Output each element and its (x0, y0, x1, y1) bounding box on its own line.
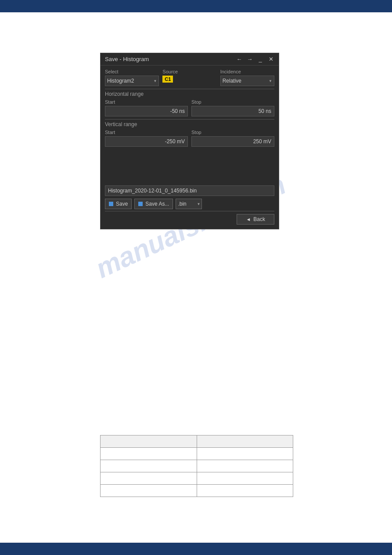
table-row (101, 472, 293, 485)
incidence-select-wrapper: Relative Absolute (220, 76, 274, 86)
dialog-minimize-button[interactable]: _ (257, 56, 264, 62)
extension-select[interactable]: .bin .csv .txt (176, 199, 202, 209)
table-cell (197, 448, 293, 460)
horiz-start-col: Start (105, 99, 188, 116)
vert-stop-col: Stop (191, 130, 274, 147)
table-row (101, 448, 293, 460)
table-cell (197, 485, 293, 497)
save-as-button-label: Save As... (145, 201, 169, 207)
dialog-controls: ← → _ ✕ (236, 56, 274, 62)
horizontal-range-row: Start Stop (105, 99, 274, 116)
top-bar (0, 0, 392, 12)
incidence-col: Incidence Relative Absolute (220, 69, 274, 86)
horiz-stop-label: Stop (191, 99, 274, 105)
table-cell (101, 472, 197, 485)
incidence-label: Incidence (220, 69, 274, 74)
vertical-range-label: Vertical range (105, 121, 274, 127)
table-cell (197, 460, 293, 472)
filename-row (105, 185, 274, 196)
save-button-label: Save (116, 201, 128, 207)
vertical-divider (105, 119, 274, 120)
horiz-stop-input[interactable] (191, 106, 274, 116)
table-cell (101, 485, 197, 497)
horiz-stop-col: Stop (191, 99, 274, 116)
vert-start-label: Start (105, 130, 188, 135)
back-button-label: Back (253, 216, 265, 222)
histogram-select[interactable]: Histogram2 Histogram1 Histogram3 (105, 76, 159, 86)
save-histogram-dialog: Save - Histogram ← → _ ✕ Select Histogra… (100, 53, 279, 229)
source-label: Source (162, 69, 216, 74)
table-row (101, 460, 293, 472)
horiz-start-label: Start (105, 99, 188, 105)
horizontal-divider (105, 89, 274, 89)
select-label: Select (105, 69, 159, 74)
table-cell (101, 435, 197, 448)
back-row: ◄ Back (105, 211, 274, 225)
action-row: Save Save As... .bin .csv .txt (105, 199, 274, 209)
save-as-button[interactable]: Save As... (134, 199, 173, 209)
table-row (101, 485, 293, 497)
table-cell (101, 448, 197, 460)
dialog-titlebar: Save - Histogram ← → _ ✕ (101, 53, 279, 65)
table-cell (197, 472, 293, 485)
save-button[interactable]: Save (105, 199, 132, 209)
bottom-table-container (100, 435, 293, 497)
filename-input[interactable] (105, 185, 274, 196)
dialog-back-arrow[interactable]: ← (236, 56, 243, 62)
incidence-select[interactable]: Relative Absolute (220, 76, 274, 86)
vert-stop-input[interactable] (191, 136, 274, 147)
vert-start-input[interactable] (105, 136, 188, 147)
table-row (101, 435, 293, 448)
bottom-bar (0, 543, 392, 555)
back-arrow-icon: ◄ (246, 217, 251, 222)
table-cell (197, 435, 293, 448)
dialog-content: Select Histogram2 Histogram1 Histogram3 … (101, 65, 279, 229)
table-cell (101, 460, 197, 472)
vert-stop-label: Stop (191, 130, 274, 135)
source-col: Source C1 (162, 69, 216, 86)
vert-start-col: Start (105, 130, 188, 147)
ext-select-wrapper: .bin .csv .txt (176, 199, 202, 209)
save-icon (109, 202, 113, 206)
back-button[interactable]: ◄ Back (237, 214, 274, 225)
select-wrapper: Histogram2 Histogram1 Histogram3 (105, 76, 159, 86)
vertical-range-row: Start Stop (105, 130, 274, 147)
field-labels-row: Select Histogram2 Histogram1 Histogram3 … (105, 69, 274, 86)
save-as-icon (138, 202, 143, 206)
spacer-area (105, 149, 274, 184)
source-field: C1 (162, 76, 216, 83)
horizontal-range-label: Horizontal range (105, 91, 274, 97)
source-badge: C1 (162, 76, 173, 83)
horiz-start-input[interactable] (105, 106, 188, 116)
bottom-table (100, 435, 293, 497)
select-col: Select Histogram2 Histogram1 Histogram3 (105, 69, 159, 86)
dialog-title: Save - Histogram (105, 56, 149, 62)
dialog-forward-arrow[interactable]: → (246, 56, 253, 62)
dialog-close-button[interactable]: ✕ (267, 56, 274, 62)
